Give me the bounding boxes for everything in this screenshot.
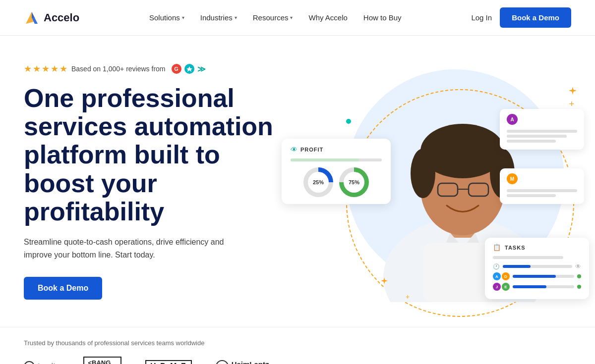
nav-resources[interactable]: Resources ▾ (253, 13, 293, 22)
hero-left: ★ ★ ★ ★ ★ Based on 1,000+ reviews from G… (24, 59, 282, 300)
trusted-section: Trusted by thousands of professional ser… (0, 327, 595, 364)
star-2: ★ (33, 63, 41, 74)
task-progress-fill-1 (503, 265, 531, 268)
hero-right: + + 👁 PROFIT 25% (282, 59, 579, 317)
sparkle-star-2 (381, 277, 388, 286)
donut-75-wrap: 75% (339, 167, 369, 197)
trusted-text: Trusted by thousands of professional ser… (24, 339, 571, 347)
svg-point-7 (411, 149, 435, 198)
logo-text: Accelo (44, 11, 79, 24)
reviews-text: Based on 1,000+ reviews from (71, 65, 166, 73)
hdmz-text: H D M Z (145, 360, 192, 364)
chat-line-2 (507, 135, 567, 138)
donut-25: 25% (303, 167, 333, 197)
clock-icon: 🕐 (493, 263, 500, 270)
chat-line-m1 (507, 189, 577, 192)
nav-solutions[interactable]: Solutions ▾ (149, 13, 184, 22)
initials-j: J (493, 283, 501, 291)
eye-icon: 👁 (291, 146, 298, 154)
nav-actions: Log In Book a Demo (471, 7, 571, 28)
chat-card-m: M (500, 168, 584, 204)
task-progress-1 (503, 265, 572, 268)
navbar: Accelo Solutions ▾ Industries ▾ Resource… (0, 0, 595, 36)
capterra-icon (184, 64, 194, 74)
star-1: ★ (24, 63, 32, 74)
profit-card: 👁 PROFIT 25% 75% (282, 139, 391, 204)
task-row-clock: 🕐 👁 (493, 263, 581, 270)
chat-line-3 (507, 140, 556, 143)
sparkle-plus-2: + (406, 292, 410, 301)
status-dot-3 (577, 285, 581, 289)
task-row-je: J E (493, 283, 581, 291)
sparkle-plus-1: + (569, 99, 574, 109)
logo-tegrita: i tegrita (24, 361, 60, 364)
g2-icon: ≫ (197, 64, 206, 74)
status-dot-2 (577, 274, 581, 278)
hero-subtitle: Streamline quote-to-cash operations, dri… (24, 236, 242, 261)
donut-25-wrap: 25% (303, 167, 333, 197)
star-4: ★ (51, 63, 59, 74)
star-5-half: ★ (60, 63, 67, 74)
donut-75-label: 75% (344, 172, 364, 193)
task-progress-3 (513, 285, 574, 288)
chevron-down-icon: ▾ (290, 15, 293, 20)
tegrita-icon: i (24, 361, 35, 364)
sparkle-star-1 (569, 87, 577, 97)
logo-hdmz: H D M Z (145, 360, 192, 364)
heimlantz-text: HeimLantz (232, 360, 269, 364)
avatar-a: A (507, 114, 518, 125)
accelo-logo-icon (24, 10, 40, 26)
logo[interactable]: Accelo (24, 10, 79, 26)
review-platform-icons: G ≫ (172, 64, 206, 74)
book-demo-button-hero[interactable]: Book a Demo (24, 277, 102, 300)
bangdigital-text: <BANGDIGITAL> (83, 357, 121, 364)
nav-industries[interactable]: Industries ▾ (200, 13, 237, 22)
hero-section: ★ ★ ★ ★ ★ Based on 1,000+ reviews from G… (0, 36, 595, 323)
tasks-bar-header (493, 256, 563, 259)
logo-bang-digital: <BANGDIGITAL> (83, 357, 121, 364)
task-progress-fill-2 (513, 275, 556, 278)
book-demo-button-nav[interactable]: Book a Demo (500, 7, 571, 28)
donut-25-label: 25% (308, 172, 329, 193)
clipboard-icon: 📋 (493, 244, 501, 251)
hero-title: One professional services automation pla… (24, 84, 282, 226)
star-3: ★ (42, 63, 50, 74)
star-rating: ★ ★ ★ ★ ★ (24, 63, 67, 74)
initials-e: E (502, 283, 510, 291)
task-progress-2 (513, 275, 574, 278)
tasks-label: TASKS (505, 245, 525, 251)
profit-charts: 25% 75% (291, 167, 382, 197)
login-button[interactable]: Log In (471, 13, 492, 22)
eye-icon-task: 👁 (575, 263, 581, 270)
logo-heimlantz: HL HeimLantz CPAs and Advisors (216, 360, 269, 364)
nav-why-accelo[interactable]: Why Accelo (308, 13, 347, 22)
svg-marker-2 (186, 66, 192, 72)
trusted-logos: i tegrita <BANGDIGITAL> H D M Z HL HeimL… (24, 357, 571, 364)
nav-links: Solutions ▾ Industries ▾ Resources ▾ Why… (149, 13, 402, 22)
chat-line-1 (507, 130, 577, 133)
initials-d: D (502, 272, 510, 280)
tasks-card: 📋 TASKS 🕐 👁 A D (485, 238, 589, 299)
profit-bar-fill (291, 158, 359, 161)
heimlantz-icon: HL (216, 360, 229, 364)
profit-bar-bg (291, 158, 382, 161)
chat-card-a: A (500, 109, 584, 150)
google-icon: G (172, 64, 181, 74)
sparkle-dot-teal (346, 119, 351, 124)
task-row-ad: A D (493, 272, 581, 280)
donut-75: 75% (339, 167, 369, 197)
avatar-m: M (507, 173, 518, 184)
chevron-down-icon: ▾ (235, 15, 237, 20)
nav-how-to-buy[interactable]: How to Buy (363, 13, 402, 22)
reviews-row: ★ ★ ★ ★ ★ Based on 1,000+ reviews from G… (24, 63, 282, 74)
chevron-down-icon: ▾ (182, 15, 184, 20)
initials-a: A (493, 272, 501, 280)
profit-label: PROFIT (300, 147, 323, 153)
tegrita-text: tegrita (38, 362, 60, 364)
chat-line-m2 (507, 194, 556, 197)
task-progress-fill-3 (513, 285, 546, 288)
